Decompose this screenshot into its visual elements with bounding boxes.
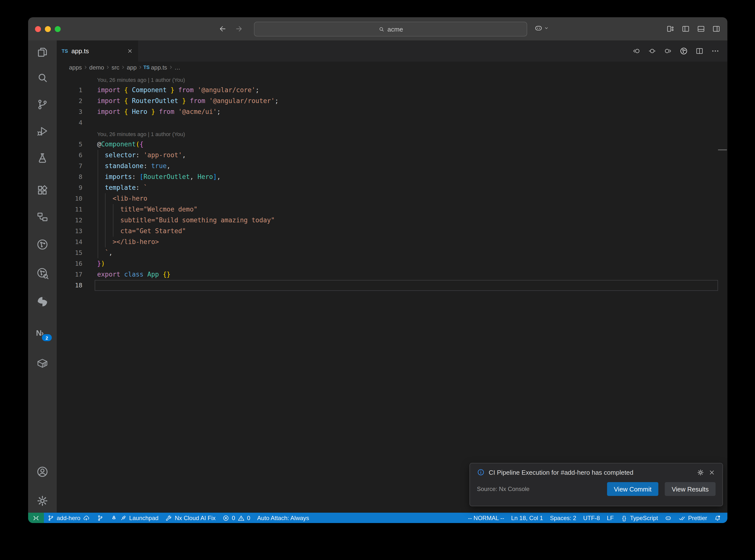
close-tab-button[interactable] <box>127 48 133 54</box>
minimize-window-button[interactable] <box>45 26 51 32</box>
git-blame-annotation: You, 26 minutes ago | 1 author (You) <box>97 74 728 85</box>
code-line-10[interactable]: 10 <lib-hero <box>57 193 728 204</box>
editor[interactable]: You, 26 minutes ago | 1 author (You)1imp… <box>57 73 728 513</box>
line-number[interactable]: 7 <box>57 161 82 172</box>
code-line-12[interactable]: 12 subtitle="Build something amazing tod… <box>57 215 728 226</box>
status-item-formatter[interactable]: Prettier <box>675 513 711 523</box>
line-number[interactable]: 6 <box>57 150 82 161</box>
line-number[interactable]: 3 <box>57 106 82 117</box>
line-number[interactable]: 17 <box>57 269 82 280</box>
line-number[interactable]: 1 <box>57 85 82 96</box>
code-line-16[interactable]: 16}) <box>57 258 728 269</box>
status-item-copilot-status[interactable] <box>661 513 675 523</box>
line-number[interactable]: 2 <box>57 96 82 106</box>
code-line-7[interactable]: 7 standalone: true, <box>57 161 728 172</box>
status-item-indentation[interactable]: Spaces: 2 <box>547 513 580 523</box>
status-item-encoding[interactable]: UTF-8 <box>580 513 603 523</box>
activity-item-containers[interactable] <box>36 357 49 370</box>
activity-item-testing[interactable] <box>36 151 49 164</box>
activity-item-source-control[interactable] <box>36 98 49 111</box>
status-item-language-mode[interactable]: {}TypeScript <box>617 513 661 523</box>
breadcrumb-item-more[interactable]: … <box>175 64 180 71</box>
activity-item-accounts[interactable] <box>36 465 49 478</box>
activity-item-nx-graph[interactable] <box>36 238 49 251</box>
status-item-launchpad[interactable]: Launchpad <box>107 513 162 523</box>
breadcrumb-item-app.ts[interactable]: TSapp.ts <box>144 64 167 71</box>
line-number[interactable]: 16 <box>57 258 82 269</box>
activity-item-nx-console[interactable]: N›2 <box>36 327 49 340</box>
view-results-button[interactable]: View Results <box>665 482 716 496</box>
remote-icon <box>33 514 39 521</box>
nx-project-graph-button[interactable] <box>679 47 688 55</box>
status-item-vim-mode[interactable]: -- NORMAL -- <box>464 513 508 523</box>
copilot-menu[interactable] <box>534 24 549 33</box>
line-number[interactable]: 14 <box>57 237 82 247</box>
zoom-window-button[interactable] <box>55 26 61 32</box>
code-line-4[interactable]: 4 <box>57 117 728 128</box>
code-line-6[interactable]: 6 selector: 'app-root', <box>57 150 728 161</box>
activity-item-extensions[interactable] <box>36 184 49 197</box>
line-number[interactable]: 10 <box>57 193 82 204</box>
activity-item-manage-settings[interactable] <box>36 495 49 507</box>
line-number[interactable]: 9 <box>57 182 82 193</box>
go-back-icon[interactable] <box>218 25 227 33</box>
split-editor-button[interactable] <box>695 47 704 55</box>
activity-item-edge-tools[interactable] <box>36 295 49 308</box>
status-item-nx-cloud-ai-fix[interactable]: Nx Cloud AI Fix <box>162 513 219 523</box>
activity-item-nx-project-details[interactable] <box>36 211 49 223</box>
line-number[interactable]: 5 <box>57 139 82 150</box>
code-line-8[interactable]: 8 imports: [RouterOutlet, Hero], <box>57 172 728 182</box>
open-next-change-button[interactable] <box>664 47 672 55</box>
breadcrumb-item-demo[interactable]: demo <box>89 64 104 71</box>
status-item-cursor-position[interactable]: Ln 18, Col 1 <box>508 513 547 523</box>
customize-layout-button[interactable] <box>666 25 675 35</box>
line-number[interactable]: 18 <box>57 280 82 291</box>
status-bar: add-heroLaunchpadNx Cloud AI Fix00Auto A… <box>28 513 728 523</box>
line-number[interactable]: 15 <box>57 247 82 258</box>
code-line-5[interactable]: 5@Component({ <box>57 139 728 150</box>
code-line-1[interactable]: 1import { Component } from '@angular/cor… <box>57 85 728 96</box>
toggle-panel-button[interactable] <box>697 25 705 35</box>
notification-settings-gear-icon[interactable] <box>697 468 704 476</box>
status-item-notifications[interactable] <box>711 513 724 523</box>
more-actions-button[interactable] <box>711 47 719 55</box>
code-line-17[interactable]: 17export class App {} <box>57 269 728 280</box>
code-line-13[interactable]: 13 cta="Get Started" <box>57 226 728 237</box>
code-line-15[interactable]: 15 `, <box>57 247 728 258</box>
command-center-search[interactable]: acme <box>254 22 527 37</box>
line-number[interactable]: 12 <box>57 215 82 226</box>
code-line-14[interactable]: 14 ></lib-hero> <box>57 237 728 247</box>
status-item-auto-attach[interactable]: Auto Attach: Always <box>254 513 313 523</box>
close-window-button[interactable] <box>35 26 41 32</box>
status-item-git-branch-publish[interactable]: add-hero <box>44 513 93 523</box>
status-item-eol[interactable]: LF <box>603 513 617 523</box>
activity-item-search[interactable] <box>36 72 49 84</box>
line-number[interactable]: 11 <box>57 204 82 215</box>
code-line-2[interactable]: 2import { RouterOutlet } from '@angular/… <box>57 96 728 106</box>
chevron-right-icon <box>120 65 126 70</box>
tab-app-ts[interactable]: TS app.ts <box>57 40 138 62</box>
open-change-button[interactable] <box>648 47 656 55</box>
toggle-secondary-sidebar-button[interactable] <box>712 25 720 35</box>
view-commit-button[interactable]: View Commit <box>607 482 659 496</box>
notification-close-icon[interactable] <box>708 468 716 476</box>
toggle-primary-sidebar-button[interactable] <box>681 25 690 35</box>
status-item-branch-actions[interactable] <box>93 513 107 523</box>
status-item-remote-indicator[interactable] <box>28 513 44 523</box>
go-forward-icon[interactable] <box>235 25 243 33</box>
code-line-9[interactable]: 9 template: ` <box>57 182 728 193</box>
status-item-problems[interactable]: 00 <box>219 513 254 523</box>
activity-item-nx-graph-search[interactable] <box>36 267 49 280</box>
breadcrumb-item-src[interactable]: src <box>112 64 119 71</box>
activity-item-run-and-debug[interactable] <box>36 125 49 138</box>
line-number[interactable]: 4 <box>57 117 82 128</box>
activity-item-explorer[interactable] <box>36 46 49 59</box>
open-previous-change-button[interactable] <box>632 47 641 55</box>
code-line-11[interactable]: 11 title="Welcmoe demo" <box>57 204 728 215</box>
breadcrumb-item-app[interactable]: app <box>127 64 137 71</box>
code-line-3[interactable]: 3import { Hero } from '@acme/ui'; <box>57 106 728 117</box>
line-number[interactable]: 8 <box>57 172 82 182</box>
code-line-18[interactable]: 18 <box>57 280 728 291</box>
line-number[interactable]: 13 <box>57 226 82 237</box>
breadcrumb-item-apps[interactable]: apps <box>69 64 82 71</box>
